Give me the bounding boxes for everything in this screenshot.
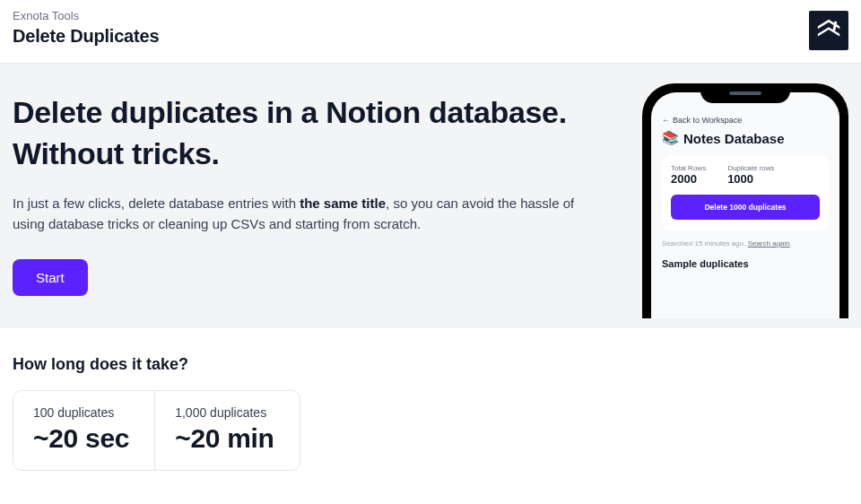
phone-preview: ← Back to Workspace 📚 Notes Database Tot…	[642, 83, 848, 318]
timing-card-1000-value: ~20 min	[175, 423, 274, 454]
books-icon: 📚	[662, 130, 679, 146]
breadcrumb[interactable]: Exnota Tools	[13, 9, 159, 22]
phone-stat-total-label: Total Rows	[671, 164, 706, 172]
phone-stat-total-value: 2000	[671, 172, 706, 186]
brand-logo-icon	[815, 17, 842, 44]
phone-searched-ago: Searched 15 minutes ago.	[662, 239, 748, 248]
phone-stat-dup: Duplicate rows 1000	[727, 164, 774, 186]
brand-logo[interactable]	[809, 11, 848, 50]
phone-db-title: 📚 Notes Database	[662, 130, 829, 146]
timing-card-100: 100 duplicates ~20 sec	[13, 391, 154, 470]
hero-sub-bold: the same title	[300, 196, 386, 211]
phone-notch	[700, 83, 790, 103]
hero-sub-before: In just a few clicks, delete database en…	[13, 196, 300, 211]
hero-headline-line1: Delete duplicates in a Notion database.	[13, 95, 567, 129]
phone-back-label: Back to Workspace	[673, 116, 742, 125]
phone-searched-text: Searched 15 minutes ago. Search again.	[662, 239, 829, 248]
timing-card-1000-label: 1,000 duplicates	[175, 405, 274, 420]
phone-db-name: Notes Database	[683, 131, 785, 146]
phone-stat-dup-label: Duplicate rows	[727, 164, 774, 172]
phone-stat-total: Total Rows 2000	[671, 164, 706, 186]
phone-stat-dup-value: 1000	[727, 172, 774, 186]
header: Exnota Tools Delete Duplicates	[0, 0, 861, 64]
phone-delete-button[interactable]: Delete 1000 duplicates	[671, 195, 820, 220]
phone-frame: ← Back to Workspace 📚 Notes Database Tot…	[642, 83, 848, 318]
phone-back-link[interactable]: ← Back to Workspace	[662, 116, 829, 125]
phone-sample-heading: Sample duplicates	[662, 258, 829, 269]
hero-section: Delete duplicates in a Notion database. …	[0, 64, 861, 328]
hero-subtext: In just a few clicks, delete database en…	[13, 193, 587, 235]
timing-heading: How long does it take?	[13, 355, 848, 374]
timing-card-100-value: ~20 sec	[33, 423, 129, 454]
timing-card-1000: 1,000 duplicates ~20 min	[154, 391, 299, 470]
phone-search-again-link[interactable]: Search again	[748, 239, 790, 248]
page-title: Delete Duplicates	[13, 26, 159, 47]
start-button[interactable]: Start	[13, 259, 88, 296]
phone-screen: ← Back to Workspace 📚 Notes Database Tot…	[651, 92, 839, 318]
hero-headline-line2: Without tricks.	[13, 136, 220, 170]
timing-card-100-label: 100 duplicates	[33, 405, 129, 420]
arrow-left-icon: ←	[662, 116, 670, 125]
timing-section: How long does it take? 100 duplicates ~2…	[0, 328, 861, 471]
timing-cards: 100 duplicates ~20 sec 1,000 duplicates …	[13, 390, 300, 471]
phone-stats-card: Total Rows 2000 Duplicate rows 1000 Dele…	[662, 155, 829, 230]
